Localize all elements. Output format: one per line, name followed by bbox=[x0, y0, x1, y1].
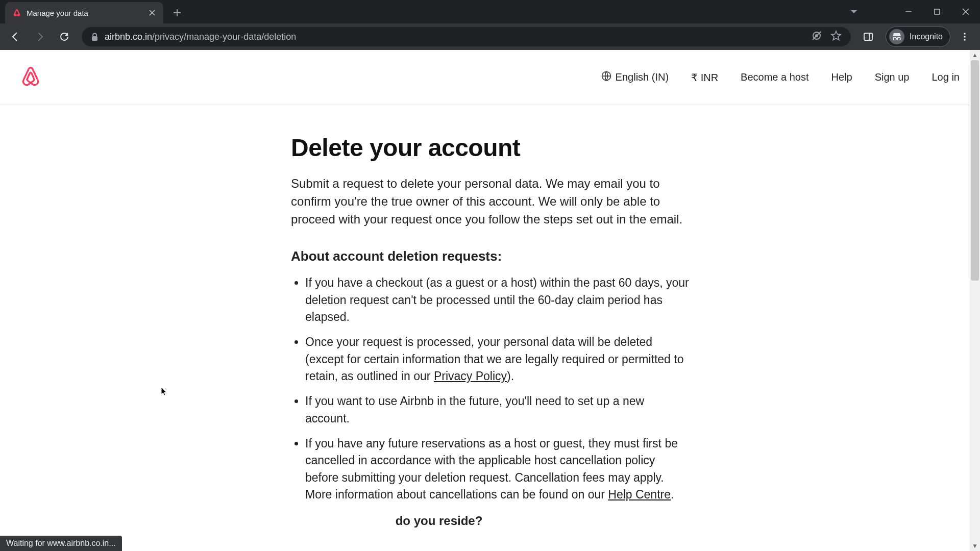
svg-rect-1 bbox=[92, 36, 97, 41]
help-centre-link[interactable]: Help Centre bbox=[608, 488, 671, 501]
close-window-button[interactable] bbox=[951, 2, 980, 22]
svg-point-5 bbox=[893, 37, 896, 40]
become-host-link[interactable]: Become a host bbox=[741, 71, 808, 83]
sign-up-link[interactable]: Sign up bbox=[875, 71, 910, 83]
reload-button[interactable] bbox=[54, 27, 75, 47]
tab-title: Manage your data bbox=[27, 9, 143, 17]
intro-paragraph: Submit a request to delete your personal… bbox=[291, 175, 689, 228]
lock-icon bbox=[91, 33, 99, 41]
scroll-down-arrow[interactable]: ▼ bbox=[970, 541, 980, 551]
scroll-thumb[interactable] bbox=[971, 60, 979, 281]
side-panel-button[interactable] bbox=[858, 27, 878, 47]
browser-menu-button[interactable] bbox=[954, 27, 975, 47]
header-nav: English (IN) ₹ INR Become a host Help Si… bbox=[601, 71, 960, 84]
list-item: If you want to use Airbnb in the future,… bbox=[305, 393, 689, 427]
url-text: airbnb.co.in/privacy/manage-your-data/de… bbox=[105, 32, 296, 42]
main-content: Delete your account Submit a request to … bbox=[291, 105, 689, 528]
page-viewport: English (IN) ₹ INR Become a host Help Si… bbox=[0, 50, 980, 551]
airbnb-favicon bbox=[12, 8, 21, 17]
svg-point-7 bbox=[964, 33, 966, 35]
subheading: About account deletion requests: bbox=[291, 248, 689, 264]
privacy-policy-link[interactable]: Privacy Policy bbox=[434, 369, 507, 383]
help-link[interactable]: Help bbox=[831, 71, 852, 83]
currency-label: ₹ INR bbox=[691, 71, 718, 84]
status-bar: Waiting for www.airbnb.co.in... bbox=[0, 536, 122, 551]
toolbar: airbnb.co.in/privacy/manage-your-data/de… bbox=[0, 23, 980, 50]
list-item: If you have a checkout (as a guest or a … bbox=[305, 274, 689, 325]
reside-question-partial: do you reside? bbox=[189, 514, 689, 528]
tab-strip: Manage your data bbox=[0, 0, 980, 23]
airbnb-logo[interactable] bbox=[20, 65, 41, 90]
site-header: English (IN) ₹ INR Become a host Help Si… bbox=[0, 50, 980, 105]
svg-point-6 bbox=[897, 37, 900, 40]
svg-point-8 bbox=[964, 36, 966, 38]
forward-button[interactable] bbox=[30, 27, 50, 47]
url-path: /privacy/manage-your-data/deletion bbox=[152, 32, 296, 42]
currency-selector[interactable]: ₹ INR bbox=[691, 71, 718, 84]
incognito-profile-button[interactable]: Incognito bbox=[886, 27, 950, 47]
tracking-blocked-icon[interactable] bbox=[811, 30, 822, 43]
tab-search-button[interactable] bbox=[845, 3, 863, 20]
maximize-button[interactable] bbox=[923, 2, 951, 22]
log-in-link[interactable]: Log in bbox=[932, 71, 960, 83]
tab-close-button[interactable] bbox=[148, 9, 156, 17]
incognito-icon bbox=[889, 29, 904, 44]
bookmark-star-icon[interactable] bbox=[830, 30, 842, 43]
deletion-notes-list: If you have a checkout (as a guest or a … bbox=[291, 274, 689, 503]
new-tab-button[interactable] bbox=[168, 4, 186, 21]
incognito-label: Incognito bbox=[910, 32, 943, 41]
browser-chrome: Manage your data airbnb.co.in/privacy/ma… bbox=[0, 0, 980, 50]
browser-tab[interactable]: Manage your data bbox=[5, 2, 163, 23]
page-title: Delete your account bbox=[291, 134, 689, 162]
list-item: Once your request is processed, your per… bbox=[305, 334, 689, 385]
list-item: If you have any future reservations as a… bbox=[305, 435, 689, 503]
language-label: English (IN) bbox=[616, 71, 669, 83]
window-controls bbox=[894, 0, 980, 23]
vertical-scrollbar[interactable]: ▲ ▼ bbox=[970, 50, 980, 551]
back-button[interactable] bbox=[5, 27, 26, 47]
language-selector[interactable]: English (IN) bbox=[601, 71, 669, 84]
svg-rect-0 bbox=[935, 9, 940, 14]
svg-point-9 bbox=[964, 39, 966, 41]
mouse-cursor bbox=[161, 387, 168, 397]
scroll-up-arrow[interactable]: ▲ bbox=[970, 50, 980, 60]
minimize-button[interactable] bbox=[894, 2, 923, 22]
globe-icon bbox=[601, 71, 611, 84]
url-host: airbnb.co.in bbox=[105, 32, 152, 42]
address-bar[interactable]: airbnb.co.in/privacy/manage-your-data/de… bbox=[82, 27, 851, 46]
svg-rect-4 bbox=[864, 33, 872, 40]
